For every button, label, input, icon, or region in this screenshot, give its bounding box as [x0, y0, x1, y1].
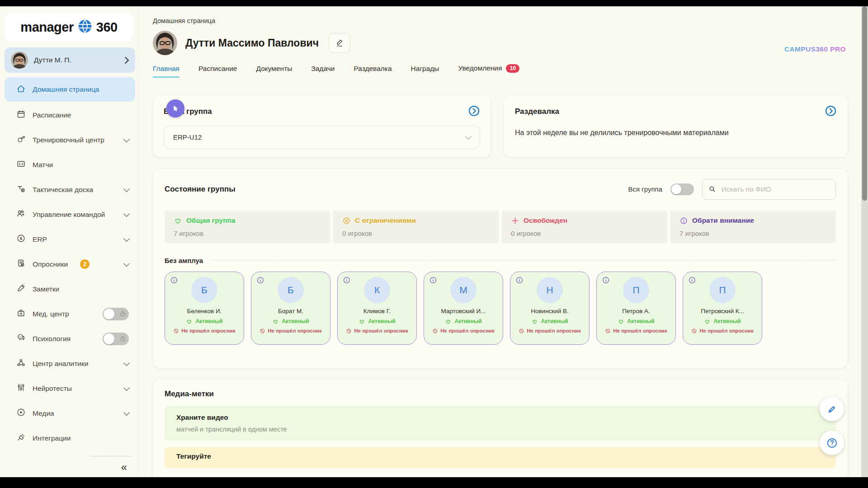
player-card[interactable]: К Климов Г. Активный Не прошёл опросник [337, 272, 417, 345]
sidebar-item-surveys[interactable]: Опросники 2 [0, 252, 138, 277]
player-card[interactable]: П Петровский К... Активный Не прошёл опр… [683, 272, 762, 345]
sidebar-item-erp[interactable]: $ ERP [0, 227, 138, 252]
player-survey-status: Не прошёл опросник [251, 328, 330, 334]
sidebar-item-training-center[interactable]: Тренировочный центр [0, 127, 138, 152]
svg-text:$: $ [20, 236, 23, 241]
player-card[interactable]: Б Борат М. Активный Не прошёл опросник [251, 272, 330, 345]
annotate-fab[interactable] [820, 397, 844, 421]
player-survey-status: Не прошёл опросник [510, 328, 589, 334]
player-info-icon[interactable] [429, 276, 437, 286]
heart-icon [531, 318, 538, 325]
sidebar-item-label: Психология [33, 335, 71, 343]
stat-restricted[interactable]: С ограничениями 0 игроков [333, 211, 499, 243]
heart-icon [445, 318, 452, 325]
cursor-arrow-icon [171, 104, 180, 113]
sidebar-user-row[interactable]: Дутти М. П. [5, 47, 135, 73]
heart-icon [174, 216, 182, 225]
player-survey-status: Не прошёл опросник [165, 328, 244, 334]
player-info-icon[interactable] [170, 276, 178, 286]
player-card[interactable]: Б Беленков И. Активный Не прошёл опросни… [165, 272, 244, 345]
stat-general-group[interactable]: Общая группа 7 игроков [165, 211, 330, 243]
player-info-icon[interactable] [256, 276, 264, 286]
edit-profile-button[interactable] [329, 33, 350, 53]
banner-title: Храните видео [176, 413, 824, 422]
logo-text-left: manager [20, 20, 73, 35]
tab-locker-room[interactable]: Раздевалка [354, 65, 392, 78]
tab-tasks[interactable]: Задачи [311, 65, 335, 78]
media-tags-card: Медиа-метки Храните видео матчей и транс… [153, 380, 848, 478]
sidebar-item-media[interactable]: Медиа [0, 401, 138, 426]
breadcrumb[interactable]: Домашняя страница [153, 17, 215, 24]
tactics-icon [16, 184, 26, 195]
chevron-down-icon [123, 260, 130, 266]
scrollbar-thumb[interactable] [862, 6, 867, 201]
tab-bar: Главная Расписание Документы Задачи Разд… [153, 64, 848, 78]
player-name: Новинский В. [510, 308, 589, 314]
sidebar-item-analytics-center[interactable]: Центр аналитики [0, 351, 138, 376]
chevron-down-icon [123, 359, 130, 366]
open-locker-room-arrow-button[interactable] [825, 105, 837, 119]
player-active-status: Активный [338, 318, 416, 325]
pro-plan-badge: CAMPUS360 PRO [784, 45, 846, 53]
sidebar-item-tactics-board[interactable]: Тактическая доска [0, 177, 138, 202]
sidebar-item-label: Нейротесты [33, 385, 72, 393]
lock-icon [119, 335, 126, 344]
group-select[interactable]: ERP-U12 [164, 126, 480, 149]
player-info-icon[interactable] [343, 276, 351, 286]
heart-icon [272, 318, 279, 325]
notifications-count-badge: 10 [506, 64, 519, 73]
sidebar-item-matches[interactable]: Матчи [0, 152, 138, 177]
player-info-icon[interactable] [688, 276, 696, 286]
sidebar-item-label: Заметки [33, 285, 59, 293]
sidebar-item-label: Опросники [33, 260, 68, 268]
app-logo[interactable]: manager 360 [5, 13, 133, 42]
your-group-card: Ваша группа ERP-U12 [153, 96, 491, 157]
toggle-knob [671, 184, 681, 194]
players-row: Б Беленков И. Активный Не прошёл опросни… [165, 272, 836, 345]
page-scrollbar[interactable] [861, 6, 868, 477]
sidebar-item-label: Мед. центр [33, 310, 69, 318]
player-avatar: П [709, 277, 736, 303]
player-info-icon[interactable] [515, 276, 524, 286]
sidebar-item-integrations[interactable]: Интеграции [0, 426, 138, 450]
tab-notifications[interactable]: Уведомления10 [458, 64, 520, 78]
prohibited-icon [605, 328, 611, 334]
sidebar-item-label: Домашняя страница [33, 85, 99, 94]
med-center-locked-toggle[interactable] [103, 308, 129, 320]
stat-released[interactable]: Освобожден 0 игроков [502, 211, 667, 243]
player-name: Петровский К... [683, 308, 762, 314]
stat-count: 0 игроков [511, 230, 658, 237]
help-fab[interactable] [820, 431, 844, 455]
player-card[interactable]: Н Новинский В. Активный Не прошёл опросн… [510, 272, 590, 345]
sidebar-item-home[interactable]: Домашняя страница [5, 77, 135, 102]
chevron-down-icon [123, 136, 130, 142]
sidebar-item-notes[interactable]: Заметки [0, 277, 138, 301]
sidebar-item-neurotests[interactable]: Нейротесты [0, 376, 138, 401]
player-avatar: Н [537, 277, 563, 303]
sidebar-item-label: ERP [33, 235, 47, 244]
open-group-arrow-button[interactable] [468, 105, 480, 119]
tab-schedule[interactable]: Расписание [198, 65, 237, 78]
group-status-stats: Общая группа 7 игроков С ограничениями 0… [165, 211, 836, 243]
top-letterbox-bar [0, 0, 868, 6]
search-input[interactable] [721, 185, 830, 194]
player-survey-status: Не прошёл опросник [424, 328, 503, 334]
sidebar-item-schedule[interactable]: Расписание [0, 103, 138, 127]
sidebar-collapse-button[interactable]: « [118, 462, 131, 473]
player-card[interactable]: П Петров А. Активный Не прошёл опросник [596, 272, 676, 345]
stat-pay-attention[interactable]: Обрати внимание 7 игроков [670, 211, 836, 243]
prohibited-icon [432, 328, 438, 334]
sidebar-item-psychology[interactable]: Психология [0, 326, 138, 351]
question-mark-icon [826, 437, 838, 449]
player-info-icon[interactable] [602, 276, 610, 286]
plus-icon [511, 216, 519, 225]
toggle-knob [104, 309, 114, 319]
tab-documents[interactable]: Документы [256, 65, 292, 78]
player-card[interactable]: М Мартовский И... Активный Не прошёл опр… [424, 272, 503, 345]
whole-group-toggle[interactable] [670, 183, 694, 195]
psychology-locked-toggle[interactable] [103, 333, 129, 345]
sidebar-item-med-center[interactable]: Мед. центр [0, 301, 138, 326]
tab-main[interactable]: Главная [153, 65, 179, 78]
sidebar-item-team-management[interactable]: Управление командой [0, 202, 138, 227]
tab-awards[interactable]: Награды [411, 65, 439, 78]
